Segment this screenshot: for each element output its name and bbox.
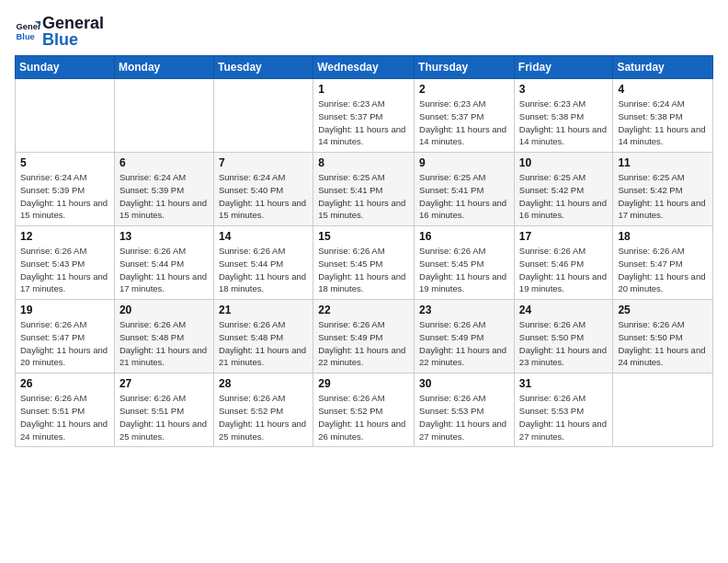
weekday-header-friday: Friday — [514, 56, 613, 79]
weekday-header-tuesday: Tuesday — [213, 56, 313, 79]
calendar-cell: 23Sunrise: 6:26 AMSunset: 5:49 PMDayligh… — [415, 300, 515, 373]
calendar-cell: 29Sunrise: 6:26 AMSunset: 5:52 PMDayligh… — [313, 373, 415, 447]
weekday-header-monday: Monday — [114, 56, 213, 79]
day-number: 4 — [618, 83, 708, 96]
day-number: 26 — [20, 377, 109, 390]
calendar-table: SundayMondayTuesdayWednesdayThursdayFrid… — [15, 55, 713, 447]
day-info: Sunrise: 6:24 AMSunset: 5:39 PMDaylight:… — [119, 171, 209, 222]
calendar-cell: 1Sunrise: 6:23 AMSunset: 5:37 PMDaylight… — [313, 79, 415, 153]
calendar-cell: 27Sunrise: 6:26 AMSunset: 5:51 PMDayligh… — [114, 373, 213, 447]
day-info: Sunrise: 6:26 AMSunset: 5:47 PMDaylight:… — [20, 318, 109, 369]
calendar-cell: 31Sunrise: 6:26 AMSunset: 5:53 PMDayligh… — [514, 373, 613, 447]
logo-text: GeneralBlue — [42, 15, 104, 48]
day-number: 9 — [419, 156, 509, 169]
day-number: 10 — [519, 156, 609, 169]
day-info: Sunrise: 6:25 AMSunset: 5:41 PMDaylight:… — [419, 171, 509, 222]
calendar-week-row: 12Sunrise: 6:26 AMSunset: 5:43 PMDayligh… — [16, 226, 713, 300]
calendar-cell: 12Sunrise: 6:26 AMSunset: 5:43 PMDayligh… — [16, 226, 115, 300]
calendar-cell: 16Sunrise: 6:26 AMSunset: 5:45 PMDayligh… — [415, 226, 515, 300]
svg-text:Blue: Blue — [17, 32, 35, 41]
calendar-week-row: 26Sunrise: 6:26 AMSunset: 5:51 PMDayligh… — [16, 373, 713, 447]
day-info: Sunrise: 6:26 AMSunset: 5:46 PMDaylight:… — [519, 245, 609, 295]
day-number: 14 — [219, 230, 308, 243]
day-info: Sunrise: 6:26 AMSunset: 5:44 PMDaylight:… — [119, 245, 209, 295]
day-info: Sunrise: 6:26 AMSunset: 5:48 PMDaylight:… — [119, 318, 209, 369]
day-number: 30 — [419, 377, 509, 390]
day-info: Sunrise: 6:26 AMSunset: 5:47 PMDaylight:… — [618, 245, 708, 295]
calendar-cell: 6Sunrise: 6:24 AMSunset: 5:39 PMDaylight… — [114, 153, 213, 226]
day-info: Sunrise: 6:23 AMSunset: 5:37 PMDaylight:… — [318, 98, 409, 148]
day-number: 29 — [318, 377, 409, 390]
calendar-cell — [613, 373, 713, 447]
calendar-cell — [114, 79, 213, 153]
day-number: 6 — [119, 156, 209, 169]
day-info: Sunrise: 6:25 AMSunset: 5:41 PMDaylight:… — [318, 171, 409, 222]
calendar-cell: 25Sunrise: 6:26 AMSunset: 5:50 PMDayligh… — [613, 300, 713, 373]
weekday-header-saturday: Saturday — [613, 56, 713, 79]
day-info: Sunrise: 6:26 AMSunset: 5:53 PMDaylight:… — [419, 392, 509, 442]
day-number: 5 — [20, 156, 109, 169]
day-info: Sunrise: 6:24 AMSunset: 5:40 PMDaylight:… — [219, 171, 308, 222]
day-info: Sunrise: 6:26 AMSunset: 5:50 PMDaylight:… — [519, 318, 609, 369]
day-number: 20 — [119, 304, 209, 316]
day-info: Sunrise: 6:26 AMSunset: 5:44 PMDaylight:… — [219, 245, 308, 295]
day-info: Sunrise: 6:26 AMSunset: 5:51 PMDaylight:… — [119, 392, 209, 442]
calendar-cell: 2Sunrise: 6:23 AMSunset: 5:37 PMDaylight… — [415, 79, 515, 153]
day-info: Sunrise: 6:25 AMSunset: 5:42 PMDaylight:… — [618, 171, 708, 222]
weekday-header-wednesday: Wednesday — [313, 56, 415, 79]
day-number: 13 — [119, 230, 209, 243]
calendar-cell: 30Sunrise: 6:26 AMSunset: 5:53 PMDayligh… — [415, 373, 515, 447]
day-info: Sunrise: 6:26 AMSunset: 5:49 PMDaylight:… — [419, 318, 509, 369]
calendar-cell: 9Sunrise: 6:25 AMSunset: 5:41 PMDaylight… — [415, 153, 515, 226]
day-info: Sunrise: 6:26 AMSunset: 5:43 PMDaylight:… — [20, 245, 109, 295]
calendar-week-row: 5Sunrise: 6:24 AMSunset: 5:39 PMDaylight… — [16, 153, 713, 226]
calendar-week-row: 19Sunrise: 6:26 AMSunset: 5:47 PMDayligh… — [16, 300, 713, 373]
calendar-cell: 21Sunrise: 6:26 AMSunset: 5:48 PMDayligh… — [213, 300, 313, 373]
day-number: 19 — [20, 304, 109, 316]
day-info: Sunrise: 6:26 AMSunset: 5:45 PMDaylight:… — [419, 245, 509, 295]
day-number: 16 — [419, 230, 509, 243]
day-info: Sunrise: 6:23 AMSunset: 5:38 PMDaylight:… — [519, 98, 609, 148]
day-info: Sunrise: 6:23 AMSunset: 5:37 PMDaylight:… — [419, 98, 509, 148]
day-info: Sunrise: 6:26 AMSunset: 5:51 PMDaylight:… — [20, 392, 109, 442]
day-number: 15 — [318, 230, 409, 243]
page: General Blue GeneralBlue SundayMondayTue… — [0, 0, 728, 563]
day-info: Sunrise: 6:25 AMSunset: 5:42 PMDaylight:… — [519, 171, 609, 222]
day-number: 2 — [419, 83, 509, 96]
calendar-cell: 15Sunrise: 6:26 AMSunset: 5:45 PMDayligh… — [313, 226, 415, 300]
calendar-cell: 18Sunrise: 6:26 AMSunset: 5:47 PMDayligh… — [613, 226, 713, 300]
calendar-cell: 20Sunrise: 6:26 AMSunset: 5:48 PMDayligh… — [114, 300, 213, 373]
day-number: 21 — [219, 304, 308, 316]
day-number: 17 — [519, 230, 609, 243]
calendar-header-row: SundayMondayTuesdayWednesdayThursdayFrid… — [16, 56, 713, 79]
calendar-cell: 11Sunrise: 6:25 AMSunset: 5:42 PMDayligh… — [613, 153, 713, 226]
weekday-header-thursday: Thursday — [415, 56, 515, 79]
day-info: Sunrise: 6:26 AMSunset: 5:48 PMDaylight:… — [219, 318, 308, 369]
day-number: 24 — [519, 304, 609, 316]
day-info: Sunrise: 6:26 AMSunset: 5:50 PMDaylight:… — [618, 318, 708, 369]
day-number: 12 — [20, 230, 109, 243]
weekday-header-sunday: Sunday — [16, 56, 115, 79]
calendar-cell: 26Sunrise: 6:26 AMSunset: 5:51 PMDayligh… — [16, 373, 115, 447]
day-number: 7 — [219, 156, 308, 169]
day-number: 25 — [618, 304, 708, 316]
day-info: Sunrise: 6:26 AMSunset: 5:49 PMDaylight:… — [318, 318, 409, 369]
calendar-cell: 13Sunrise: 6:26 AMSunset: 5:44 PMDayligh… — [114, 226, 213, 300]
day-number: 1 — [318, 83, 409, 96]
day-number: 23 — [419, 304, 509, 316]
day-number: 11 — [618, 156, 708, 169]
calendar-cell: 7Sunrise: 6:24 AMSunset: 5:40 PMDaylight… — [213, 153, 313, 226]
calendar-cell: 17Sunrise: 6:26 AMSunset: 5:46 PMDayligh… — [514, 226, 613, 300]
calendar-cell: 22Sunrise: 6:26 AMSunset: 5:49 PMDayligh… — [313, 300, 415, 373]
generalblue-logo-icon: General Blue — [15, 18, 40, 44]
calendar-cell — [213, 79, 313, 153]
day-info: Sunrise: 6:26 AMSunset: 5:45 PMDaylight:… — [318, 245, 409, 295]
header: General Blue GeneralBlue — [15, 15, 713, 48]
day-number: 3 — [519, 83, 609, 96]
calendar-cell: 3Sunrise: 6:23 AMSunset: 5:38 PMDaylight… — [514, 79, 613, 153]
calendar-cell: 5Sunrise: 6:24 AMSunset: 5:39 PMDaylight… — [16, 153, 115, 226]
calendar-cell: 8Sunrise: 6:25 AMSunset: 5:41 PMDaylight… — [313, 153, 415, 226]
day-number: 27 — [119, 377, 209, 390]
calendar-cell: 4Sunrise: 6:24 AMSunset: 5:38 PMDaylight… — [613, 79, 713, 153]
day-info: Sunrise: 6:24 AMSunset: 5:38 PMDaylight:… — [618, 98, 708, 148]
